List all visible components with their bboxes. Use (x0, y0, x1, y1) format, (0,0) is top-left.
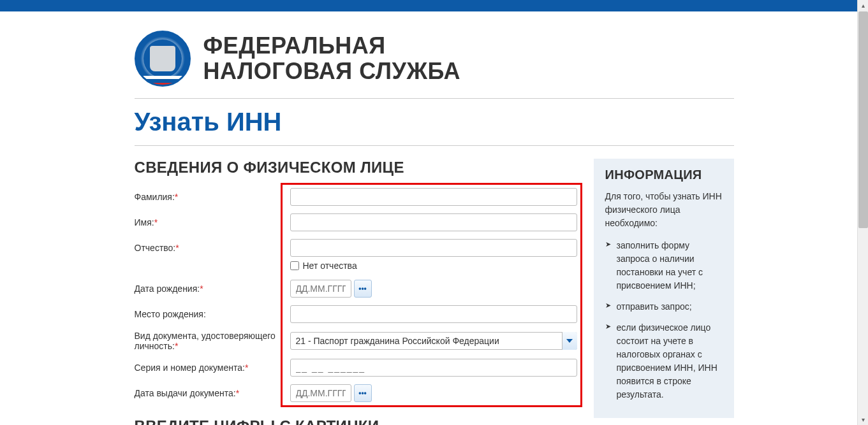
row-patronymic: Отчество:* (135, 239, 581, 257)
datepicker-button-doc[interactable]: ••• (354, 384, 372, 402)
info-panel: ИНФОРМАЦИЯ Для того, чтобы узнать ИНН фи… (594, 159, 734, 418)
info-list-item: заполнить форму запроса о наличии постан… (605, 239, 723, 292)
scrollbar-thumb[interactable] (858, 11, 868, 228)
select-doc-type[interactable]: 21 - Паспорт гражданина Российской Федер… (290, 332, 577, 350)
site-header: ФЕДЕРАЛЬНАЯ НАЛОГОВАЯ СЛУЖБА (135, 11, 734, 99)
date-group-dob: ••• (290, 280, 372, 298)
section-title-captcha: ВВЕДИТЕ ЦИФРЫ С КАРТИНКИ (135, 417, 581, 425)
datepicker-button-dob[interactable]: ••• (354, 280, 372, 298)
divider (135, 145, 734, 146)
label-no-patronymic: Нет отчества (303, 261, 357, 271)
row-dob: Дата рождения:* ••• (135, 280, 581, 298)
row-doc-type: Вид документа, удостоверяющего личность:… (135, 331, 581, 351)
info-list-item: если физическое лицо состоит на учете в … (605, 321, 723, 401)
input-patronymic[interactable] (290, 239, 577, 257)
fns-logo (135, 31, 191, 87)
info-list-item: отправить запрос; (605, 300, 723, 313)
info-title: ИНФОРМАЦИЯ (605, 168, 723, 182)
label-doc-number: Серия и номер документа:* (135, 363, 290, 373)
chevron-down-icon (562, 332, 577, 350)
input-lastname[interactable] (290, 188, 577, 206)
section-title-person: СВЕДЕНИЯ О ФИЗИЧЕСКОМ ЛИЦЕ (135, 159, 581, 176)
main-container: ФЕДЕРАЛЬНАЯ НАЛОГОВАЯ СЛУЖБА Узнать ИНН … (128, 11, 740, 425)
input-pob[interactable] (290, 305, 577, 323)
label-patronymic: Отчество:* (135, 243, 290, 253)
select-doc-type-value: 21 - Паспорт гражданина Российской Федер… (290, 332, 577, 350)
checkbox-no-patronymic[interactable] (290, 261, 299, 270)
captcha-section: ВВЕДИТЕ ЦИФРЫ С КАРТИНКИ (135, 417, 581, 425)
label-lastname: Фамилия:* (135, 192, 290, 202)
input-dob[interactable] (290, 280, 351, 298)
label-pob: Место рождения: (135, 309, 290, 319)
label-dob: Дата рождения:* (135, 284, 290, 294)
row-doc-date: Дата выдачи документа:* ••• (135, 384, 581, 402)
row-firstname: Имя:* (135, 213, 581, 231)
row-lastname: Фамилия:* (135, 188, 581, 206)
site-title-line1: ФЕДЕРАЛЬНАЯ (203, 33, 461, 59)
top-stripe (0, 0, 868, 11)
row-pob: Место рождения: (135, 305, 581, 323)
label-doc-date: Дата выдачи документа:* (135, 388, 290, 398)
site-title-line2: НАЛОГОВАЯ СЛУЖБА (203, 59, 461, 84)
row-doc-number: Серия и номер документа:* (135, 359, 581, 377)
date-group-doc: ••• (290, 384, 372, 402)
scroll-up-icon[interactable]: ▴ (858, 0, 868, 11)
label-doc-type: Вид документа, удостоверяющего личность:… (135, 331, 290, 351)
page-title: Узнать ИНН (135, 99, 734, 145)
scroll-down-icon[interactable]: ▾ (858, 414, 868, 425)
input-doc-date[interactable] (290, 384, 351, 402)
info-lead: Для того, чтобы узнать ИНН физического л… (605, 190, 723, 230)
info-list: заполнить форму запроса о наличии постан… (605, 239, 723, 401)
form-column: СВЕДЕНИЯ О ФИЗИЧЕСКОМ ЛИЦЕ Фамилия:* Имя… (135, 159, 581, 425)
input-doc-number[interactable] (290, 359, 577, 377)
label-firstname: Имя:* (135, 217, 290, 227)
row-no-patronymic: Нет отчества (290, 261, 581, 271)
input-firstname[interactable] (290, 213, 577, 231)
content-wrap: СВЕДЕНИЯ О ФИЗИЧЕСКОМ ЛИЦЕ Фамилия:* Имя… (135, 159, 734, 425)
site-title: ФЕДЕРАЛЬНАЯ НАЛОГОВАЯ СЛУЖБА (203, 33, 461, 83)
vertical-scrollbar[interactable]: ▴ ▾ (857, 0, 868, 425)
